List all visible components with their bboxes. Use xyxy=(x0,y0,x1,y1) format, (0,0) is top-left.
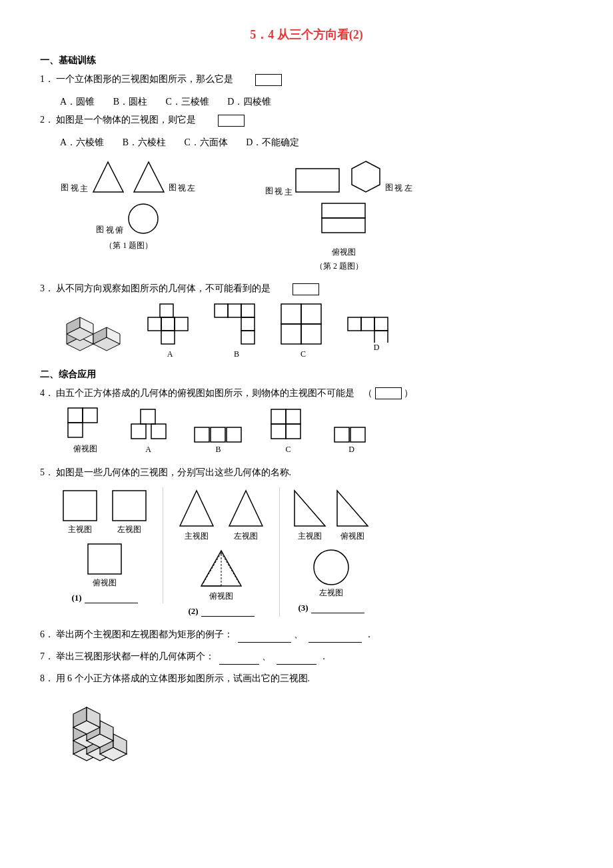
q4-option-c: C xyxy=(270,408,306,455)
svg-rect-49 xyxy=(63,491,97,521)
svg-marker-59 xyxy=(295,491,325,526)
svg-rect-18 xyxy=(161,317,175,331)
svg-rect-38 xyxy=(131,424,146,439)
question-3: 3． 从不同方向观察如图所示的几何体，不可能看到的是 xyxy=(40,280,573,297)
svg-rect-22 xyxy=(228,304,241,317)
q3-3d-figure xyxy=(60,304,127,357)
q4-option-b: B xyxy=(193,425,243,455)
q4-answer xyxy=(375,387,402,399)
svg-rect-30 xyxy=(348,317,361,331)
svg-rect-51 xyxy=(88,544,121,574)
q1-answer xyxy=(255,74,282,86)
svg-marker-1 xyxy=(134,162,164,192)
q5-g1-top: 俯视图 xyxy=(85,541,125,589)
q5-g1-main: 主视图 xyxy=(60,487,100,535)
section2-title: 二、综合应用 xyxy=(40,369,573,381)
q8-figure xyxy=(67,694,573,781)
svg-marker-60 xyxy=(337,491,368,526)
svg-marker-4 xyxy=(352,161,380,192)
svg-rect-46 xyxy=(286,424,301,439)
svg-rect-25 xyxy=(241,331,255,344)
svg-rect-48 xyxy=(350,427,365,442)
question-2: 2． 如图是一个物体的三视图，则它是 xyxy=(40,111,573,128)
q5-g2-main: 主视图 xyxy=(177,487,217,542)
svg-rect-35 xyxy=(83,408,97,423)
svg-rect-39 xyxy=(151,424,166,439)
q2-answer xyxy=(218,115,245,127)
q5-g3-fushi: 俯视图 xyxy=(336,487,369,542)
svg-rect-21 xyxy=(215,304,228,317)
q5-g2-top: 俯视图 xyxy=(198,547,245,602)
svg-rect-19 xyxy=(175,317,188,331)
svg-rect-41 xyxy=(211,427,225,442)
q4-option-a: A xyxy=(130,408,167,455)
q1-options: A．圆锥 B．圆柱 C．三棱锥 D．四棱锥 xyxy=(60,93,573,111)
q2-left-view xyxy=(348,159,384,195)
q2-top-view xyxy=(320,201,367,244)
q5-group-2: 主视图 左视图 俯视图 (2) xyxy=(163,487,280,617)
question-6: 6． 举出两个主视图和左视图都为矩形的例子： 、 ． xyxy=(40,626,573,643)
section1-title: 一、基础训练 xyxy=(40,55,573,67)
q5-g3-left: 左视图 xyxy=(311,547,351,599)
question-8: 8． 用 6 个小正方体搭成的立体图形如图所示，试画出它的三视图. xyxy=(40,670,573,687)
q1-q2-figures: 主视图 左视图 俯视图 （第 1 题图） xyxy=(60,159,573,272)
svg-rect-47 xyxy=(334,427,349,442)
svg-rect-24 xyxy=(241,317,255,331)
svg-rect-27 xyxy=(301,304,321,324)
q1-top-view xyxy=(125,201,162,237)
svg-rect-3 xyxy=(296,169,339,192)
svg-point-2 xyxy=(129,204,158,233)
svg-rect-26 xyxy=(281,304,301,324)
svg-rect-40 xyxy=(195,427,209,442)
svg-rect-36 xyxy=(68,423,83,437)
q5-groups: 主视图 左视图 俯视图 (1) 主视图 xyxy=(60,487,573,617)
svg-rect-29 xyxy=(301,324,321,344)
question-1: 1． 一个立体图形的三视图如图所示，那么它是 xyxy=(40,71,573,87)
q3-option-d: D xyxy=(346,309,406,353)
q5-g2-left: 左视图 xyxy=(226,487,266,542)
q4-option-d: D xyxy=(333,425,370,455)
q1-figure: 主视图 左视图 俯视图 （第 1 题图） xyxy=(60,159,197,251)
q4-fushitu: 俯视图 xyxy=(67,407,103,455)
svg-rect-43 xyxy=(271,409,286,424)
svg-rect-23 xyxy=(241,304,255,317)
svg-rect-31 xyxy=(361,317,374,331)
svg-rect-6 xyxy=(322,218,365,233)
q5-group-3: 主视图 俯视图 左视图 (3) xyxy=(280,487,369,613)
q3-option-c: C xyxy=(280,303,326,359)
svg-rect-34 xyxy=(68,408,83,423)
svg-rect-28 xyxy=(281,324,301,344)
svg-rect-32 xyxy=(374,317,388,331)
svg-marker-0 xyxy=(93,162,123,192)
svg-rect-17 xyxy=(148,317,161,331)
svg-rect-44 xyxy=(286,409,301,424)
question-4: 4． 由五个正方体搭成的几何体的俯视图如图所示，则物体的主视图不可能是 （ ） xyxy=(40,385,573,401)
page-title: 5．4 从三个方向看(2) xyxy=(40,27,573,43)
q3-option-b: B xyxy=(213,303,260,359)
svg-marker-53 xyxy=(229,491,263,526)
question-7: 7． 举出三视图形状都一样的几何体两个： 、 ． xyxy=(40,648,573,665)
svg-rect-20 xyxy=(161,331,175,344)
svg-rect-33 xyxy=(374,331,388,343)
q1-main-view xyxy=(90,159,127,195)
q5-g1-left: 左视图 xyxy=(109,487,149,535)
svg-rect-45 xyxy=(271,424,286,439)
q2-options: A．六棱锥 B．六棱柱 C．六面体 D．不能确定 xyxy=(60,133,573,152)
svg-line-57 xyxy=(203,553,221,583)
q5-group-1: 主视图 左视图 俯视图 (1) xyxy=(60,487,163,603)
q3-option-a: A xyxy=(147,303,193,359)
svg-rect-42 xyxy=(227,427,241,442)
svg-rect-37 xyxy=(141,409,155,424)
svg-rect-50 xyxy=(113,491,146,521)
svg-line-58 xyxy=(221,553,239,583)
q3-answer xyxy=(293,283,319,295)
svg-rect-5 xyxy=(322,203,365,218)
q3-figures: A B C D xyxy=(60,303,573,359)
svg-rect-16 xyxy=(160,304,173,317)
q2-figure: 主视图 左视图 俯视图 （第 2 题图） xyxy=(264,159,414,272)
q1-left-view xyxy=(131,159,167,195)
q5-g3-main: 主视图 xyxy=(293,487,326,542)
svg-marker-52 xyxy=(180,491,213,526)
q2-main-view xyxy=(295,165,341,195)
svg-point-61 xyxy=(314,550,348,585)
